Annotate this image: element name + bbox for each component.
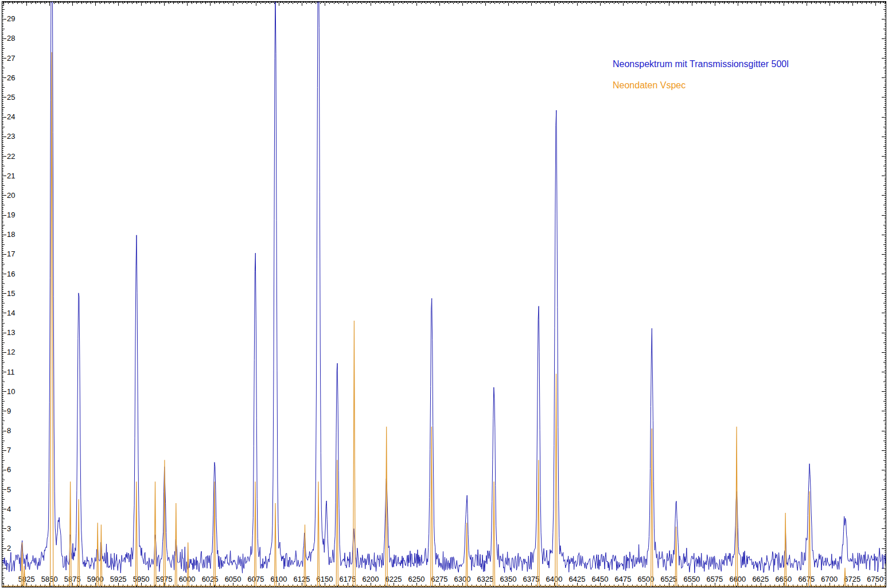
x-tick-label: 6650 bbox=[775, 575, 792, 583]
x-tick-label: 6275 bbox=[431, 575, 448, 583]
y-tick-label: 13 bbox=[7, 328, 15, 337]
x-tick-label: 6450 bbox=[591, 575, 608, 583]
x-tick-label: 6325 bbox=[477, 575, 494, 583]
x-tick-label: 6500 bbox=[637, 575, 654, 583]
y-tick-label: 5 bbox=[7, 485, 11, 494]
y-tick-label: 11 bbox=[7, 368, 15, 376]
y-axis-labels: 2345678910111213141516171819202122232425… bbox=[7, 14, 15, 552]
x-tick-label: 6700 bbox=[821, 575, 838, 583]
y-tick-label: 16 bbox=[7, 270, 15, 278]
y-tick-label: 18 bbox=[7, 230, 15, 239]
x-tick-label: 6100 bbox=[271, 575, 287, 583]
y-tick-label: 9 bbox=[7, 407, 11, 415]
x-axis-labels: 5825585058755900592559505975600060256050… bbox=[18, 575, 884, 583]
legend-item-grating-spectrum: Neonspektrum mit Transmissionsgitter 500… bbox=[613, 60, 789, 69]
y-tick-label: 29 bbox=[7, 14, 15, 23]
spectrum-chart: 5825585058755900592559505975600060256050… bbox=[0, 0, 888, 588]
y-tick-label: 23 bbox=[7, 132, 15, 141]
y-tick-label: 2 bbox=[7, 544, 11, 552]
x-tick-label: 5825 bbox=[18, 575, 35, 583]
x-tick-label: 6025 bbox=[202, 575, 219, 583]
y-tick-label: 14 bbox=[7, 309, 15, 317]
y-tick-label: 17 bbox=[7, 250, 15, 258]
x-tick-label: 6750 bbox=[867, 575, 883, 583]
y-tick-label: 8 bbox=[7, 426, 11, 435]
x-tick-label: 6575 bbox=[706, 575, 723, 583]
x-tick-label: 6250 bbox=[408, 575, 425, 583]
y-tick-label: 6 bbox=[7, 465, 11, 474]
legend-item-vspec-data: Neondaten Vspec bbox=[613, 81, 789, 90]
x-tick-label: 5975 bbox=[156, 575, 173, 583]
x-tick-label: 6475 bbox=[614, 575, 631, 583]
y-tick-label: 3 bbox=[7, 524, 11, 533]
x-tick-label: 6200 bbox=[363, 575, 379, 583]
y-tick-label: 24 bbox=[7, 112, 15, 121]
x-tick-label: 6050 bbox=[225, 575, 242, 583]
y-tick-label: 7 bbox=[7, 446, 11, 454]
y-tick-label: 25 bbox=[7, 93, 15, 102]
y-tick-label: 4 bbox=[7, 505, 11, 513]
y-tick-label: 21 bbox=[7, 172, 15, 180]
x-tick-label: 5850 bbox=[41, 575, 58, 583]
y-tick-label: 28 bbox=[7, 34, 15, 42]
x-tick-label: 5925 bbox=[110, 575, 127, 583]
y-tick-label: 27 bbox=[7, 54, 15, 63]
x-tick-label: 6350 bbox=[500, 575, 517, 583]
x-tick-label: 6550 bbox=[683, 575, 700, 583]
y-tick-label: 22 bbox=[7, 152, 15, 161]
x-tick-label: 6625 bbox=[752, 575, 769, 583]
x-tick-label: 6300 bbox=[454, 575, 471, 583]
x-tick-label: 6375 bbox=[523, 575, 539, 583]
y-tick-label: 12 bbox=[7, 348, 15, 356]
y-tick-label: 20 bbox=[7, 191, 15, 200]
chart-legend: Neonspektrum mit Transmissionsgitter 500… bbox=[613, 60, 789, 102]
y-tick-label: 19 bbox=[7, 211, 15, 219]
x-tick-label: 6675 bbox=[798, 575, 815, 583]
x-tick-label: 6125 bbox=[294, 575, 310, 583]
y-tick-label: 10 bbox=[7, 387, 15, 396]
y-tick-label: 15 bbox=[7, 289, 15, 298]
x-tick-label: 6725 bbox=[844, 575, 860, 583]
x-tick-label: 6525 bbox=[660, 575, 677, 583]
y-tick-label: 26 bbox=[7, 73, 15, 82]
x-tick-label: 6400 bbox=[546, 575, 562, 583]
x-tick-label: 5900 bbox=[87, 575, 104, 583]
x-tick-label: 6425 bbox=[568, 575, 585, 583]
